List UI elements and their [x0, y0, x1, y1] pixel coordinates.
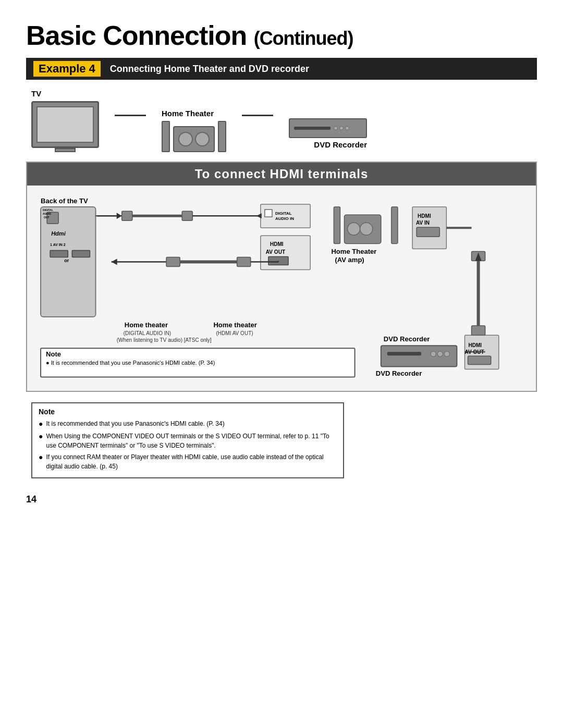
title-continued: (Continued) [254, 28, 353, 49]
example-banner: Example 4 Connecting Home Theater and DV… [26, 58, 537, 80]
note-item-2: ● When Using the COMPONENT VIDEO OUT ter… [39, 431, 337, 450]
ht-bottom-label-1-sub2: (When listening to TV audio) [ATSC only] [117, 337, 212, 343]
dvd-btn-1 [334, 126, 338, 130]
digital-audio-in-text2: AUDIO IN [275, 216, 294, 221]
hdmi-header: To connect HDMI terminals [27, 163, 536, 186]
digital-audio-checkbox [265, 209, 272, 217]
tv-stand [55, 148, 76, 152]
digital-audio-out-label3: OUT [44, 216, 50, 219]
hdmi-av-out-port [268, 257, 288, 265]
note-box: Note ● It is recommended that you use Pa… [31, 402, 344, 478]
dvd-slot [294, 127, 331, 130]
hdmi-text: HDMI [270, 242, 284, 248]
ht-circle-left [348, 223, 360, 235]
note-bullet-1: ● [39, 418, 43, 429]
tv-label: TV [31, 89, 41, 98]
note-bullet-3: ● [39, 452, 43, 463]
note-title-svg: Note [46, 351, 61, 359]
home-theater-label-right: Home Theater [331, 248, 376, 256]
ht-bottom-label-1-sub1: (DIGITAL AUDIO IN) [124, 330, 171, 336]
dvd-led-right-2 [437, 351, 443, 356]
connection-line-2 [242, 115, 273, 116]
dvd-recorder-device-col: DVD Recorder [289, 118, 367, 152]
hdmi-logo-tv: Hdmi [51, 231, 66, 237]
ht-circle-right [360, 223, 373, 235]
hdmi-av-in-av: AV IN [416, 220, 430, 226]
home-theater-label: Home Theater [162, 109, 214, 118]
dvd-btn-3 [345, 126, 349, 130]
tv-device-col: TV [31, 89, 99, 152]
dvd-recorder-right-label: DVD Recorder [384, 335, 430, 343]
title-text: Basic Connection [26, 20, 247, 51]
arrow-to-digital-audio-in [256, 213, 262, 218]
device-overview-row: TV Home Theater DVD Re [26, 89, 537, 152]
note-bullet-2: ● [39, 431, 43, 442]
connection-diagram: Back of the TV Hdmi 1 AV IN 2 or DIGITAL… [35, 194, 528, 382]
connection-line-1 [115, 115, 146, 116]
digital-audio-out-label2: AUDIO [43, 212, 51, 215]
speaker-right [218, 121, 226, 152]
dvd-buttons [334, 126, 349, 130]
hdmi-dvd-text: HDMI [469, 342, 482, 348]
speakers-row [162, 121, 226, 152]
ht-bottom-label-2-main: Home theater [213, 321, 256, 329]
dvd-led-right-1 [431, 351, 436, 356]
note-item-1: ● It is recommended that you use Panason… [39, 419, 337, 429]
note-item-1: ● It is recommended that you use Panason… [46, 360, 215, 366]
hdmi-port-tv-1 [50, 251, 68, 257]
note-title: Note [39, 408, 337, 416]
stereo-circle-right [195, 132, 210, 146]
note-text-2: When Using the COMPONENT VIDEO OUT termi… [46, 431, 337, 450]
example-label: Example 4 [33, 61, 101, 77]
speaker-left [162, 121, 170, 152]
digital-audio-in-text1: DIGITAL [275, 211, 292, 216]
ht-speaker-right-right [391, 207, 398, 243]
page-number: 14 [26, 494, 537, 505]
hdmi-av-out-dvd-port [468, 356, 491, 365]
optical-connector-right [182, 211, 192, 220]
stereo-circle-left [178, 132, 193, 146]
example-description: Connecting Home Theater and DVD recorder [110, 64, 309, 75]
stereo-unit [173, 126, 215, 152]
notes-section: Note ● It is recommended that you use Pa… [26, 402, 537, 478]
back-of-tv-text: Back of the TV [41, 197, 88, 205]
hdmi-connector-left [166, 257, 180, 267]
tv-screen [36, 106, 94, 143]
dvd-recorder-label: DVD Recorder [314, 140, 367, 149]
digital-audio-out-label1: DIGITAL [43, 208, 53, 212]
hdmi-av-in-port [417, 227, 439, 237]
note-item-3: ● If you connect RAM theater or Player t… [39, 452, 337, 471]
or-text: or [64, 258, 69, 263]
ht-speaker-left-right [334, 207, 340, 243]
note-text-3: If you connect RAM theater or Player the… [46, 452, 337, 471]
hdmi-section: To connect HDMI terminals Back of the TV… [26, 162, 537, 392]
hdmi-vert-connector-bottom [472, 326, 485, 335]
hdmi-connector-right [237, 257, 251, 267]
hdmi-av-in-hdmi: HDMI [418, 213, 431, 219]
dvd-slot-right [387, 352, 421, 355]
dvd-shape [289, 118, 367, 138]
optical-connector-left [122, 211, 132, 220]
home-theater-device-col: Home Theater [162, 109, 226, 152]
hdmi-port-tv-2 [72, 251, 90, 257]
dvd-led-right-3 [444, 351, 449, 356]
dvd-btn-2 [339, 126, 344, 130]
av-out-text: AV OUT [266, 250, 286, 255]
ht-bottom-label-2-sub: (HDMI AV OUT) [216, 330, 253, 336]
ht-bottom-label-1-main: Home theater [125, 321, 168, 329]
av-in-label: 1 AV IN 2 [50, 243, 66, 247]
tv-shape [31, 101, 99, 148]
dvd-recorder-svg-label: DVD Recorder [376, 370, 422, 378]
home-theater-amp-label: (AV amp) [335, 256, 364, 264]
note-text-1: It is recommended that you use Panasonic… [46, 419, 224, 428]
page-title: Basic Connection (Continued) [26, 21, 537, 51]
hdmi-content: Back of the TV Hdmi 1 AV IN 2 or DIGITAL… [27, 186, 536, 391]
